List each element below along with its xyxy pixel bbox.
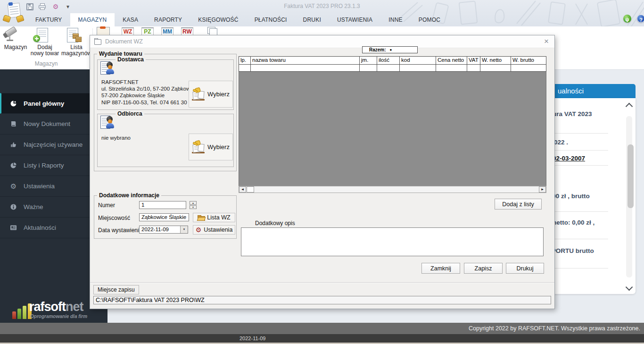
copy-pages-icon[interactable] xyxy=(207,27,218,34)
recipient-value: nie wybrano xyxy=(101,134,131,141)
ribbon-button-lista-magazynow[interactable]: Lista magazynów xyxy=(61,27,91,57)
column-header-nazwa-towaru[interactable]: nazwa towaru xyxy=(251,57,360,64)
status-bar: 2022-11-09 xyxy=(0,334,644,343)
gears-icon: ⚙ xyxy=(9,183,17,190)
supplier-choose-button[interactable]: Wybierz xyxy=(189,81,233,108)
date-combobox[interactable]: 2022-11-09 ▼ xyxy=(139,226,188,234)
combo-dropdown-icon[interactable]: ▼ xyxy=(180,226,188,233)
column-header-cena-netto[interactable]: Cena netto xyxy=(436,57,467,64)
spin-down-icon[interactable]: ▼ xyxy=(190,205,197,209)
grid-empty-area xyxy=(239,72,546,188)
lista-wz-button[interactable]: Lista WZ xyxy=(193,213,235,222)
grid-header-row: lp. nazwa towaru jm. ilość kod Cena nett… xyxy=(239,56,546,65)
menu-tab-bar: FAKTURY MAGAZYN KASA RAPORTY KSIĘGOWOŚĆ … xyxy=(27,13,448,26)
logo-suffix: net xyxy=(66,300,83,314)
add-from-list-button[interactable]: Dodaj z listy xyxy=(495,199,542,210)
dashboard-icon xyxy=(9,100,17,107)
zamknij-button[interactable]: Zamknij xyxy=(421,263,460,274)
tab-inne[interactable]: INNE xyxy=(380,13,410,26)
tab-ustawienia[interactable]: USTAWIENIA xyxy=(329,13,380,26)
group-odbiorca: Odbiorca nie wybrano Wybierz xyxy=(97,114,234,167)
hscroll-thumb[interactable] xyxy=(247,186,254,193)
pie-chart-icon xyxy=(9,162,17,169)
lista-wz-label: Lista WZ xyxy=(207,214,230,221)
sidebar-item-label: Ważne xyxy=(24,203,43,210)
contractor-icon xyxy=(100,116,116,131)
pick-hand-icon xyxy=(192,88,205,101)
logo-name: rafsoft xyxy=(29,300,66,314)
zapisz-button[interactable]: Zapisz xyxy=(464,263,503,274)
close-icon[interactable]: × xyxy=(544,36,549,47)
doc-button-mm[interactable]: MM xyxy=(161,27,173,35)
tab-kasa[interactable]: KASA xyxy=(115,13,146,26)
news-date-link[interactable]: 02-03-2007 xyxy=(553,155,585,162)
logo-bars-icon xyxy=(12,303,32,319)
city-input[interactable]: Ząbkowice Śląskie xyxy=(139,213,189,221)
online-status-icon[interactable]: ψ xyxy=(623,15,631,23)
dialog-title-bar[interactable]: Dokument WZ × xyxy=(90,35,554,48)
extra-info-title: Dodatkowe informacje xyxy=(97,192,161,199)
news-panel-body: ktura VAT 2023 l 2022 . 02-03-2007 0,00 … xyxy=(542,98,636,294)
number-label: Numer xyxy=(98,202,115,209)
sidebar-item-label: Panel główny xyxy=(24,100,64,107)
choose-button-label: Wybierz xyxy=(207,91,230,98)
copyright-bar: Copyright 2022 by RAFSOFT.NET. Wszystkie… xyxy=(0,323,644,334)
window-title: Faktura VAT 2023 PRO 23.1.3 xyxy=(0,3,644,9)
scrollbar-thumb[interactable] xyxy=(627,144,634,208)
pick-hand-icon xyxy=(192,141,205,153)
column-header-w-brutto[interactable]: W. brutto xyxy=(511,57,545,64)
tab-platnosci[interactable]: PŁATNOŚCI xyxy=(247,13,295,26)
tab-magazyn[interactable]: MAGAZYN xyxy=(70,13,115,26)
app-window: ⚙ ▾ Faktura VAT 2023 PRO 23.1.3 FAKTURY … xyxy=(0,0,644,344)
thumbs-up-icon xyxy=(9,141,17,148)
save-location-label: Miejsce zapisu xyxy=(93,285,139,294)
save-path-field[interactable]: C:\RAFSOFT\Faktura VAT 2023 PRO\WZ xyxy=(93,296,551,304)
spin-up-icon[interactable]: ▲ xyxy=(190,201,197,205)
column-header-jm[interactable]: jm. xyxy=(360,57,377,64)
total-box: Razem: ● xyxy=(362,46,418,53)
ustawienia-button[interactable]: ⚙ Ustawienia xyxy=(193,225,235,235)
supplier-title: Dostawca xyxy=(116,56,146,63)
grid-empty-row[interactable] xyxy=(239,65,546,72)
tab-ksiegowosc[interactable]: KSIĘGOWOŚĆ xyxy=(190,13,246,26)
scrollbar-track[interactable] xyxy=(626,116,632,277)
column-header-ilosc[interactable]: ilość xyxy=(377,57,400,64)
scroll-left-icon[interactable]: ◀ xyxy=(239,186,246,193)
scroll-down-icon[interactable] xyxy=(626,284,633,291)
divider xyxy=(546,133,608,134)
divider xyxy=(546,211,608,212)
tab-raporty[interactable]: RAPORTY xyxy=(146,13,190,26)
recipient-choose-button[interactable]: Wybierz xyxy=(189,134,233,160)
grid-hscrollbar[interactable]: ◀ ▶ xyxy=(239,186,546,193)
tab-druki[interactable]: DRUKI xyxy=(295,13,329,26)
scroll-up-icon[interactable] xyxy=(626,103,633,110)
column-header-kod[interactable]: kod xyxy=(400,57,436,64)
date-value: 2022-11-09 xyxy=(141,227,169,232)
supplier-address: RAFSOFT.NET ul. Strzelińska 2c/10, 57-20… xyxy=(101,79,197,106)
ribbon-button-magazyn[interactable]: Magazyn xyxy=(2,27,29,50)
warehouse-list-icon xyxy=(61,27,91,43)
help-icon[interactable]: ? xyxy=(637,15,644,23)
sidebar-item-label: Ustawienia xyxy=(24,183,55,190)
number-spinner[interactable]: ▲ ▼ xyxy=(190,201,197,209)
items-grid: lp. nazwa towaru jm. ilość kod Cena nett… xyxy=(239,56,546,188)
date-label: Data wystawienia xyxy=(98,227,142,234)
scroll-right-icon[interactable]: ▶ xyxy=(539,186,546,193)
barcode-scanner-icon xyxy=(2,27,29,43)
column-header-lp[interactable]: lp. xyxy=(239,57,251,64)
tab-faktury[interactable]: FAKTURY xyxy=(27,13,70,26)
column-header-w-netto[interactable]: W. netto xyxy=(480,57,511,64)
column-header-vat[interactable]: VAT xyxy=(467,57,480,64)
number-input[interactable]: 1 xyxy=(139,201,186,209)
clipboard-icon[interactable] xyxy=(97,27,110,35)
doc-button-wz[interactable]: WZ xyxy=(122,27,134,35)
drukuj-button[interactable]: Drukuj xyxy=(506,263,544,274)
ribbon-button-dodaj-nowy-towar[interactable]: Dodaj nowy towar xyxy=(30,27,59,57)
tab-pomoc[interactable]: POMOC xyxy=(411,13,448,26)
description-label: Dodatkowy opis xyxy=(255,220,295,227)
news-scrollbar[interactable] xyxy=(625,103,634,291)
doc-button-pz[interactable]: PZ xyxy=(141,27,154,35)
description-textarea[interactable] xyxy=(241,227,544,256)
doc-button-rw[interactable]: RW xyxy=(181,27,193,35)
document-book-icon xyxy=(9,120,17,127)
